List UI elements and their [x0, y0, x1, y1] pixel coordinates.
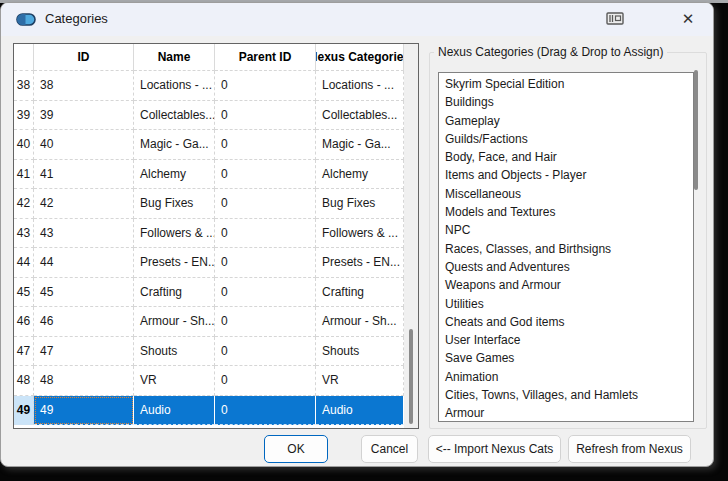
cell-name[interactable]: Bug Fixes — [134, 189, 215, 219]
cell-name[interactable]: Armour - Sh... — [134, 307, 215, 337]
cell-id[interactable]: 39 — [34, 101, 134, 131]
row-number-cell[interactable]: 39 — [14, 101, 34, 131]
cell-id[interactable]: 47 — [34, 337, 134, 367]
cell-parent-id[interactable]: 0 — [215, 101, 316, 131]
cell-nexus-category[interactable]: Crafting — [316, 278, 404, 308]
header-parent-id[interactable]: Parent ID — [215, 44, 316, 71]
cell-parent-id[interactable]: 0 — [215, 189, 316, 219]
table-row[interactable]: 4949Audio0Audio — [14, 396, 404, 426]
title-bar[interactable]: Categories ✕ — [1, 3, 713, 36]
list-item[interactable]: Cheats and God items — [439, 313, 693, 331]
cell-id[interactable]: 46 — [34, 307, 134, 337]
cell-id[interactable]: 43 — [34, 219, 134, 249]
cell-parent-id[interactable]: 0 — [215, 396, 316, 426]
list-item[interactable]: Cities, Towns, Villages, and Hamlets — [439, 386, 693, 404]
table-row[interactable]: 3838Locations - ...0Locations - ... — [14, 71, 404, 101]
list-item[interactable]: Weapons and Armour — [439, 276, 693, 294]
list-item[interactable]: Animation — [439, 368, 693, 386]
list-item[interactable]: User Interface — [439, 331, 693, 349]
header-row-number[interactable] — [14, 44, 34, 71]
cell-parent-id[interactable]: 0 — [215, 130, 316, 160]
table-row[interactable]: 4848VR0VR — [14, 366, 404, 396]
cell-id[interactable]: 41 — [34, 160, 134, 190]
row-number-cell[interactable]: 46 — [14, 307, 34, 337]
cell-name[interactable]: Presets - EN... — [134, 248, 215, 278]
cell-id[interactable]: 44 — [34, 248, 134, 278]
row-number-cell[interactable]: 40 — [14, 130, 34, 160]
list-scrollbar-thumb[interactable] — [694, 70, 698, 190]
cell-name[interactable]: VR — [134, 366, 215, 396]
import-nexus-cats-button[interactable]: <-- Import Nexus Cats — [428, 435, 561, 463]
table-row[interactable]: 4747Shouts0Shouts — [14, 337, 404, 367]
cell-nexus-category[interactable]: Shouts — [316, 337, 404, 367]
list-item[interactable]: Buildings — [439, 93, 693, 111]
list-item[interactable]: Models and Textures — [439, 203, 693, 221]
cell-id[interactable]: 49 — [34, 396, 134, 426]
list-item[interactable]: Armour — [439, 404, 693, 422]
list-item[interactable]: NPC — [439, 221, 693, 239]
list-item[interactable]: Races, Classes, and Birthsigns — [439, 240, 693, 258]
cell-nexus-category[interactable]: Presets - EN... — [316, 248, 404, 278]
cell-id[interactable]: 45 — [34, 278, 134, 308]
row-number-cell[interactable]: 48 — [14, 366, 34, 396]
header-nexus-categories[interactable]: Nexus Categories — [316, 44, 404, 71]
cell-id[interactable]: 42 — [34, 189, 134, 219]
close-icon[interactable]: ✕ — [673, 7, 703, 31]
cell-id[interactable]: 40 — [34, 130, 134, 160]
cell-nexus-category[interactable]: Audio — [316, 396, 404, 426]
list-item[interactable]: Body, Face, and Hair — [439, 148, 693, 166]
cell-parent-id[interactable]: 0 — [215, 248, 316, 278]
monitor-panel-icon[interactable] — [606, 11, 624, 29]
cell-name[interactable]: Crafting — [134, 278, 215, 308]
cell-nexus-category[interactable]: Followers & ... — [316, 219, 404, 249]
cell-parent-id[interactable]: 0 — [215, 160, 316, 190]
list-item[interactable]: Gameplay — [439, 112, 693, 130]
cell-parent-id[interactable]: 0 — [215, 307, 316, 337]
list-item[interactable]: Quests and Adventures — [439, 258, 693, 276]
cell-name[interactable]: Followers & ... — [134, 219, 215, 249]
cell-parent-id[interactable]: 0 — [215, 71, 316, 101]
cell-nexus-category[interactable]: Armour - Sh... — [316, 307, 404, 337]
table-vertical-scrollbar[interactable] — [404, 44, 418, 428]
table-row[interactable]: 4646Armour - Sh...0Armour - Sh... — [14, 307, 404, 337]
cancel-button[interactable]: Cancel — [361, 435, 418, 463]
table-row[interactable]: 4242Bug Fixes0Bug Fixes — [14, 189, 404, 219]
cell-parent-id[interactable]: 0 — [215, 219, 316, 249]
table-row[interactable]: 4141Alchemy0Alchemy — [14, 160, 404, 190]
header-id[interactable]: ID — [34, 44, 134, 71]
table-row[interactable]: 4040Magic - Ga...0Magic - Ga... — [14, 130, 404, 160]
cell-name[interactable]: Audio — [134, 396, 215, 426]
cell-nexus-category[interactable]: Collectables... — [316, 101, 404, 131]
list-item[interactable]: Skyrim Special Edition — [439, 75, 693, 93]
cell-name[interactable]: Locations - ... — [134, 71, 215, 101]
cell-name[interactable]: Magic - Ga... — [134, 130, 215, 160]
cell-id[interactable]: 48 — [34, 366, 134, 396]
cell-nexus-category[interactable]: Locations - ... — [316, 71, 404, 101]
cell-parent-id[interactable]: 0 — [215, 337, 316, 367]
table-row[interactable]: 4343Followers & ...0Followers & ... — [14, 219, 404, 249]
list-item[interactable]: Guilds/Factions — [439, 130, 693, 148]
cell-name[interactable]: Shouts — [134, 337, 215, 367]
refresh-from-nexus-button[interactable]: Refresh from Nexus — [568, 435, 691, 463]
cell-nexus-category[interactable]: VR — [316, 366, 404, 396]
cell-name[interactable]: Collectables... — [134, 101, 215, 131]
cell-nexus-category[interactable]: Magic - Ga... — [316, 130, 404, 160]
header-name[interactable]: Name — [134, 44, 215, 71]
list-item[interactable]: Save Games — [439, 349, 693, 367]
table-row[interactable]: 4545Crafting0Crafting — [14, 278, 404, 308]
table-row[interactable]: 3939Collectables...0Collectables... — [14, 101, 404, 131]
nexus-category-list[interactable]: Skyrim Special EditionBuildingsGameplayG… — [438, 72, 694, 422]
list-item[interactable]: Utilities — [439, 295, 693, 313]
cell-nexus-category[interactable]: Alchemy — [316, 160, 404, 190]
cell-name[interactable]: Alchemy — [134, 160, 215, 190]
cell-id[interactable]: 38 — [34, 71, 134, 101]
list-item[interactable]: Items and Objects - Player — [439, 166, 693, 184]
table-row[interactable]: 4444Presets - EN...0Presets - EN... — [14, 248, 404, 278]
row-number-cell[interactable]: 38 — [14, 71, 34, 101]
cell-parent-id[interactable]: 0 — [215, 366, 316, 396]
row-number-cell[interactable]: 44 — [14, 248, 34, 278]
cell-parent-id[interactable]: 0 — [215, 278, 316, 308]
row-number-cell[interactable]: 41 — [14, 160, 34, 190]
row-number-cell[interactable]: 47 — [14, 337, 34, 367]
cell-nexus-category[interactable]: Bug Fixes — [316, 189, 404, 219]
